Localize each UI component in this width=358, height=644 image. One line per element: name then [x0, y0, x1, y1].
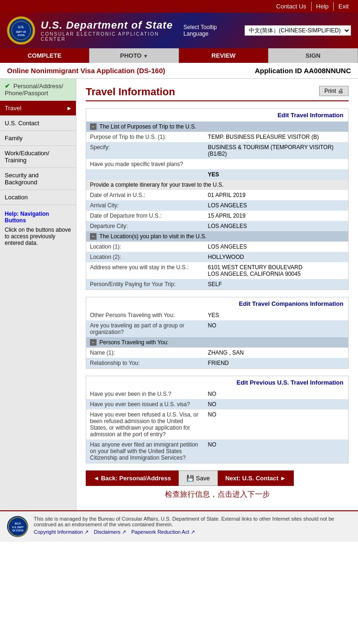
table-row: Purpose of Trip to the U.S. (1): TEMP. B… — [86, 132, 348, 142]
table-row: Arrival City: LOS ANGELES — [86, 200, 348, 211]
main-content: Print 🖨 Travel Information Edit Travel I… — [76, 79, 358, 510]
table-row: Have you ever been refused a U.S. Visa, … — [86, 409, 348, 439]
tab-review[interactable]: REVIEW — [179, 48, 268, 63]
travel-data-table: Purpose of Trip to the U.S. (1): TEMP. B… — [86, 132, 348, 180]
tooltip-language-select[interactable]: 中文(简体）(CHINESE-SIMPLIFIED) — [245, 25, 351, 36]
table-row: Have you made specific travel plans? — [86, 159, 348, 169]
svg-text:OF STATE: OF STATE — [12, 529, 24, 532]
header-right: Select Tooltip Language 中文(简体）(CHINESE-S… — [184, 24, 351, 37]
table-row: Name (1): ZHANG , SAN — [86, 348, 348, 358]
print-button[interactable]: Print 🖨 — [319, 86, 349, 96]
table-row: Departure City: LOS ANGELES — [86, 221, 348, 231]
table-row: Date of Departure from U.S.: 15 APRIL 20… — [86, 211, 348, 221]
app-id: Application ID AA008NNUNC — [255, 67, 351, 75]
travel-section-header: Edit Travel Information — [86, 109, 348, 121]
bottom-actions: ◄ Back: Personal/Address 💾 Save Next: U.… — [86, 470, 349, 486]
previous-section-header: Edit Previous U.S. Travel Information — [86, 376, 348, 389]
table-row: Location (2): HOLLYWOOD — [86, 252, 348, 262]
table-row: YES — [86, 169, 348, 180]
svg-text:U.S.: U.S. — [18, 25, 24, 29]
tab-photo[interactable]: PHOTO ▼ — [90, 48, 179, 63]
locations-divider: − The Location(s) you plan to visit in t… — [86, 231, 348, 242]
disclaimers-link[interactable]: Disclaimers ↗ — [94, 529, 126, 535]
itinerary-header: Provide a complete itinerary for your tr… — [86, 180, 348, 190]
companions-table: Other Persons Traveling with You: YES Ar… — [86, 310, 348, 337]
sidebar-item-location[interactable]: Location — [0, 190, 76, 205]
table-row: Have you ever been issued a U.S. visa? N… — [86, 399, 348, 409]
itinerary-table: Date of Arrival in U.S.: 01 APRIL 2019 A… — [86, 190, 348, 231]
app-title: Online Nonimmigrant Visa Application (DS… — [7, 67, 165, 75]
sidebar-item-work-education[interactable]: Work/Education/ Training — [0, 146, 76, 168]
sidebar: ✔ Personal/Address/ Phone/Passport Trave… — [0, 79, 76, 510]
table-row: Person/Entity Paying for Your Trip: SELF — [86, 279, 348, 289]
main-layout: ✔ Personal/Address/ Phone/Passport Trave… — [0, 79, 358, 510]
help-link[interactable]: Help — [312, 2, 334, 11]
table-row: Other Persons Traveling with You: YES — [86, 310, 348, 320]
print-icon: 🖨 — [338, 88, 343, 94]
edit-previous-link[interactable]: Edit Previous U.S. Travel Information — [237, 379, 343, 386]
sidebar-help: Help: Navigation Buttons Click on the bu… — [0, 205, 76, 252]
companion-details-table: Name (1): ZHANG , SAN Relationship to Yo… — [86, 348, 348, 368]
locations-table: Location (1): LOS ANGELES Location (2): … — [86, 242, 348, 289]
companions-section-header: Edit Travel Companions Information — [86, 297, 348, 310]
seal: U.S. DEPT OF STATE — [7, 16, 35, 45]
save-icon: 💾 — [186, 475, 194, 482]
exit-link[interactable]: Exit — [334, 2, 353, 11]
page-title: Travel Information — [86, 86, 349, 101]
companions-section: Edit Travel Companions Information Other… — [86, 297, 349, 369]
table-row: Relationship to You: FRIEND — [86, 358, 348, 368]
svg-text:BCA: BCA — [15, 522, 21, 525]
edit-companions-link[interactable]: Edit Travel Companions Information — [239, 300, 343, 307]
contact-us-link[interactable]: Contact Us — [271, 2, 311, 11]
table-row: Date of Arrival in U.S.: 01 APRIL 2019 — [86, 190, 348, 200]
sidebar-item-us-contact[interactable]: U.S. Contact — [0, 116, 76, 131]
expand-icon-2: − — [90, 233, 97, 240]
back-button[interactable]: ◄ Back: Personal/Address — [86, 470, 179, 486]
paperwork-link[interactable]: Paperwork Reduction Act ↗ — [131, 529, 195, 535]
edit-travel-link[interactable]: Edit Travel Information — [277, 112, 343, 119]
svg-text:DEPT OF: DEPT OF — [16, 30, 26, 33]
nav-tabs: COMPLETE PHOTO ▼ REVIEW SIGN — [0, 48, 358, 63]
app-header: Online Nonimmigrant Visa Application (DS… — [0, 63, 358, 79]
agency-name: U.S. Department of State CONSULAR ELECTR… — [41, 19, 184, 42]
table-row: Are you traveling as part of a group or … — [86, 320, 348, 337]
previous-travel-table: Have you ever been in the U.S.? NO Have … — [86, 389, 348, 463]
check-icon: ✔ — [5, 83, 10, 90]
copyright-link[interactable]: Copyright Information ↗ — [34, 529, 89, 535]
svg-text:STATE: STATE — [17, 34, 25, 37]
photo-arrow: ▼ — [143, 53, 148, 59]
expand-icon: − — [90, 123, 97, 130]
sidebar-item-family[interactable]: Family — [0, 131, 76, 146]
tab-sign[interactable]: SIGN — [268, 48, 358, 63]
header-left: U.S. DEPT OF STATE U.S. Department of St… — [7, 16, 184, 45]
footer-links: Copyright Information ↗ Disclaimers ↗ Pa… — [34, 529, 351, 535]
table-row: Address where you will stay in the U.S.:… — [86, 262, 348, 279]
expand-icon-3: − — [90, 339, 97, 346]
footer-text-block: This site is managed by the Bureau of Co… — [34, 516, 351, 535]
top-bar: Contact Us Help Exit — [0, 0, 358, 13]
table-row: Location (1): LOS ANGELES — [86, 242, 348, 252]
travel-info-section: Edit Travel Information − The List of Pu… — [86, 108, 349, 290]
chinese-note: 检查旅行信息，点击进入下一步 — [86, 486, 349, 503]
persons-divider: − Persons Traveling with You: — [86, 337, 348, 348]
travel-arrow-icon: ▶ — [67, 106, 71, 111]
footer-seal: BCA U.S. DEPT OF STATE — [7, 516, 28, 537]
next-button[interactable]: Next: U.S. Contact ► — [218, 470, 294, 486]
svg-text:U.S. DEPT: U.S. DEPT — [12, 526, 23, 529]
save-button[interactable]: 💾 Save — [179, 470, 218, 486]
purposes-divider: − The List of Purposes of Trip to the U.… — [86, 121, 348, 132]
sidebar-item-security[interactable]: Security and Background — [0, 168, 76, 190]
table-row: Has anyone ever filed an immigrant petit… — [86, 439, 348, 463]
table-row: Have you ever been in the U.S.? NO — [86, 389, 348, 399]
site-header: U.S. DEPT OF STATE U.S. Department of St… — [0, 13, 358, 48]
sidebar-item-travel[interactable]: Travel ▶ — [0, 101, 76, 116]
sidebar-item-personal[interactable]: ✔ Personal/Address/ Phone/Passport — [0, 79, 76, 101]
footer: BCA U.S. DEPT OF STATE This site is mana… — [0, 510, 358, 542]
tab-complete[interactable]: COMPLETE — [0, 48, 90, 63]
previous-travel-section: Edit Previous U.S. Travel Information Ha… — [86, 376, 349, 463]
table-row: Specify: BUSINESS & TOURISM (TEMPORARY V… — [86, 142, 348, 159]
